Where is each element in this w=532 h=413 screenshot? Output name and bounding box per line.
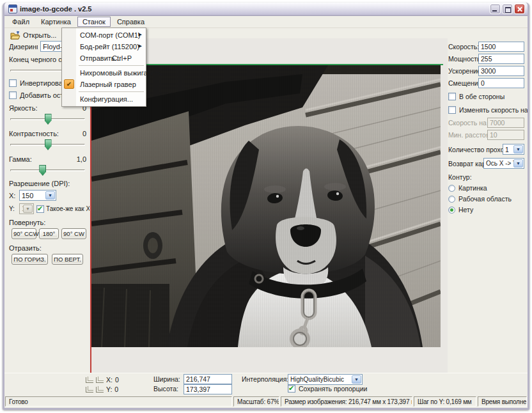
rotate-ccw-button[interactable]: 90° CCW <box>12 228 36 239</box>
status-image-size: Размер изображения: 216,747 мм x 173,397… <box>281 396 412 407</box>
gamma-slider[interactable] <box>10 165 85 176</box>
chevron-down-icon[interactable]: ▼ <box>513 145 523 153</box>
menu-item-com-port[interactable]: COM-порт (COM1) ▶ <box>62 29 146 41</box>
height-value: 173,397 <box>186 386 210 393</box>
title-bar[interactable]: image-to-gcode . v2.5 <box>4 3 528 16</box>
acceleration-label: Ускорение: <box>448 67 478 75</box>
dpi-x-select[interactable]: 150 ▼ <box>19 190 56 201</box>
radio-dot[interactable] <box>448 207 455 214</box>
white-speed-input: 7000 <box>487 118 524 128</box>
slider-thumb[interactable] <box>45 114 52 125</box>
menu-file[interactable]: Файл <box>7 17 35 27</box>
offset-label: Смещение: <box>448 79 478 87</box>
chevron-down-icon[interactable]: ▼ <box>352 375 361 384</box>
acceleration-value: 3000 <box>481 67 496 75</box>
menu-machine[interactable]: Станок <box>77 17 111 27</box>
grid-cell-icon <box>96 377 104 383</box>
checkbox-box[interactable] <box>36 205 44 213</box>
carriage-return-value: Ось X -> Y <box>486 160 517 167</box>
contour-none-label: Нету <box>458 206 473 214</box>
radio-dot[interactable] <box>448 196 455 203</box>
height-input[interactable]: 173,397 <box>184 384 232 394</box>
acceleration-input[interactable]: 3000 <box>478 66 524 76</box>
rotate-cw-button[interactable]: 90° CW <box>61 228 86 239</box>
offset-value: 0 <box>481 79 485 87</box>
both-directions-checkbox[interactable]: В обе стороны <box>448 93 524 100</box>
checkbox-box[interactable] <box>288 385 295 393</box>
checkbox-box[interactable] <box>9 79 17 87</box>
mirror-horizontal-button[interactable]: ПО ГОРИЗ. <box>12 254 48 265</box>
carriage-return-select[interactable]: Ось X -> Y ▼ <box>483 158 524 169</box>
brightness-slider[interactable] <box>10 114 85 125</box>
rotate-180-button[interactable]: 180° <box>39 228 59 239</box>
contour-option-picture[interactable]: Картинка <box>448 184 524 192</box>
slider-thumb[interactable] <box>39 165 46 176</box>
contour-option-workarea[interactable]: Рабочая область <box>448 195 524 203</box>
menu-separator <box>79 65 144 66</box>
submenu-arrow-icon: ▶ <box>139 32 142 37</box>
brightness-label: Яркость: <box>9 104 37 112</box>
radio-dot[interactable] <box>448 185 455 192</box>
pos-x-label: X: <box>106 376 113 384</box>
contour-option-none[interactable]: Нету <box>448 206 524 214</box>
passes-value: 1 <box>505 146 509 153</box>
minimize-button[interactable] <box>490 4 501 14</box>
dog-photo-illustration <box>91 65 441 347</box>
slider-thumb[interactable] <box>45 139 52 150</box>
menu-item-send[interactable]: Отправить... Ctrl+P <box>62 52 146 64</box>
chevron-down-icon[interactable]: ▼ <box>513 159 523 168</box>
grid-cell-icon <box>86 387 93 393</box>
speed-input[interactable]: 1500 <box>478 42 524 52</box>
chevron-down-icon: ▼ <box>23 205 33 213</box>
width-input[interactable]: 216,747 <box>184 374 232 384</box>
menu-item-baud-rate[interactable]: Бод-рейт (115200) ▶ <box>62 41 146 52</box>
menu-item-nichrome-burner[interactable]: Нихромовый выжигатель <box>62 67 146 79</box>
menu-item-shortcut: Ctrl+P <box>112 54 132 62</box>
interpolation-label: Интерполяция: <box>242 375 288 383</box>
contour-label: Контур: <box>448 173 524 181</box>
rotate-label: Повернуть: <box>9 219 86 226</box>
menu-item-laser-engraver[interactable]: ✔ Лазерный гравер <box>62 79 146 90</box>
min-distance-value: 10 <box>490 131 497 139</box>
keep-proportions-checkbox[interactable]: Сохранять пропорции <box>288 385 367 393</box>
dpi-x-label: X: <box>9 192 19 199</box>
speed-value: 1500 <box>481 43 496 51</box>
min-distance-input: 10 <box>487 130 524 140</box>
checkbox-box[interactable] <box>448 93 456 100</box>
same-as-x-checkbox[interactable]: Такое-же как X <box>36 205 90 213</box>
variable-speed-checkbox[interactable]: Изменять скорость на белом <box>448 106 524 114</box>
grid-cell-icon <box>86 377 93 383</box>
contour-workarea-label: Рабочая область <box>458 195 512 203</box>
offset-input[interactable]: 0 <box>478 78 524 88</box>
power-input[interactable]: 255 <box>478 54 524 64</box>
status-y-step: Шаг по Y: 0,169 мм <box>414 396 476 407</box>
white-speed-label: Скорость на белом: <box>448 119 487 127</box>
grid-cell-icon <box>96 387 104 393</box>
checkbox-box[interactable] <box>448 106 456 114</box>
interpolation-value: HighQualityBicubic <box>290 376 344 383</box>
dpi-y-label: Y: <box>9 205 19 212</box>
pos-x-value: 0 <box>115 376 119 384</box>
passes-select[interactable]: 1 ▼ <box>503 144 524 155</box>
machine-settings-panel: Скорость: 1500 Мощность: 255 Ускорение: … <box>446 38 528 373</box>
menu-item-label: Конфигурация... <box>80 95 133 103</box>
preview-image[interactable] <box>91 65 441 347</box>
menu-item-configuration[interactable]: Конфигурация... <box>62 93 146 105</box>
contrast-label: Контрастность: <box>9 130 59 137</box>
mirror-vertical-button[interactable]: ПО ВЕРТ. <box>52 254 83 265</box>
close-button[interactable] <box>514 4 525 14</box>
checked-item-icon: ✔ <box>64 79 74 89</box>
chevron-down-icon[interactable]: ▼ <box>45 191 55 199</box>
contrast-value: 0 <box>82 130 86 137</box>
dpi-x-value: 150 <box>22 192 33 199</box>
menu-help[interactable]: Справка <box>112 17 150 27</box>
interpolation-select[interactable]: HighQualityBicubic ▼ <box>288 374 363 385</box>
width-label: Ширина: <box>153 375 180 383</box>
menu-image[interactable]: Картинка <box>36 17 76 27</box>
contrast-slider[interactable] <box>10 139 85 150</box>
restore-button[interactable] <box>502 4 513 14</box>
slider-track[interactable] <box>10 169 85 171</box>
keep-proportions-label: Сохранять пропорции <box>299 385 367 393</box>
status-bar: Готово Масштаб: 67% Размер изображения: … <box>4 396 528 408</box>
checkbox-box[interactable] <box>9 91 17 99</box>
